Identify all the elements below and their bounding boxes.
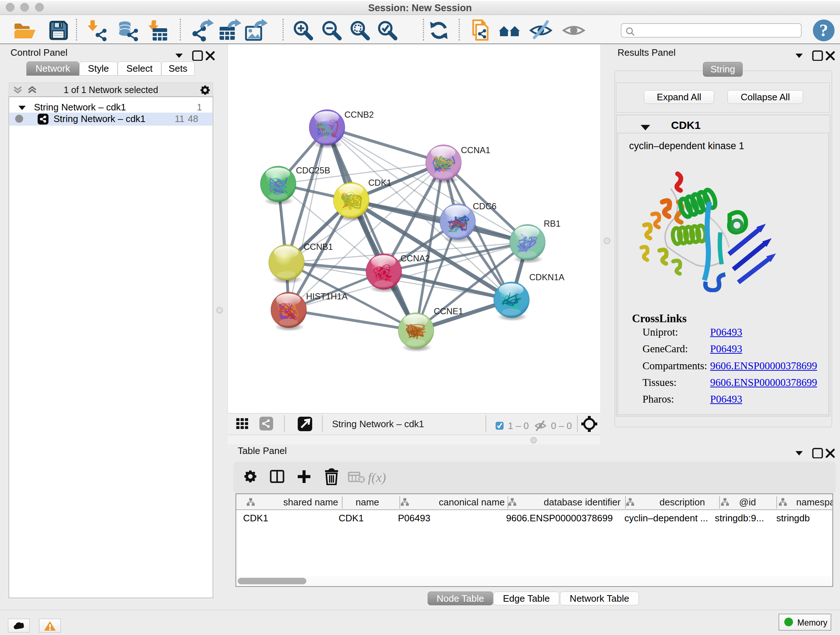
- svg-text:CCNE1: CCNE1: [434, 306, 463, 316]
- svg-text:CCNA1: CCNA1: [461, 145, 490, 155]
- svg-text:HIST1H1A: HIST1H1A: [306, 291, 347, 301]
- svg-text:0 – 0: 0 – 0: [551, 420, 572, 431]
- svg-text:description: description: [660, 497, 705, 508]
- svg-text:1 – 0: 1 – 0: [508, 420, 529, 431]
- svg-text:CDKN1A: CDKN1A: [529, 272, 564, 282]
- svg-text:shared name: shared name: [283, 497, 338, 508]
- svg-text:name: name: [355, 497, 379, 508]
- svg-text:@id: @id: [739, 497, 756, 508]
- svg-text:CCNB2: CCNB2: [344, 110, 374, 119]
- svg-text:CDC6: CDC6: [473, 201, 496, 211]
- svg-text:database identifier: database identifier: [544, 497, 621, 508]
- svg-text:?: ?: [819, 21, 828, 40]
- svg-text:CDC25B: CDC25B: [296, 165, 330, 175]
- svg-text:namespace: namespace: [796, 497, 832, 508]
- svg-text:canonical name: canonical name: [439, 497, 505, 508]
- svg-text:CCNA2: CCNA2: [401, 253, 430, 263]
- svg-text:String Network – cdk1: String Network – cdk1: [332, 418, 424, 429]
- svg-text:RB1: RB1: [544, 219, 561, 228]
- svg-text:CCNB1: CCNB1: [303, 242, 333, 252]
- svg-text:CDK1: CDK1: [368, 178, 392, 187]
